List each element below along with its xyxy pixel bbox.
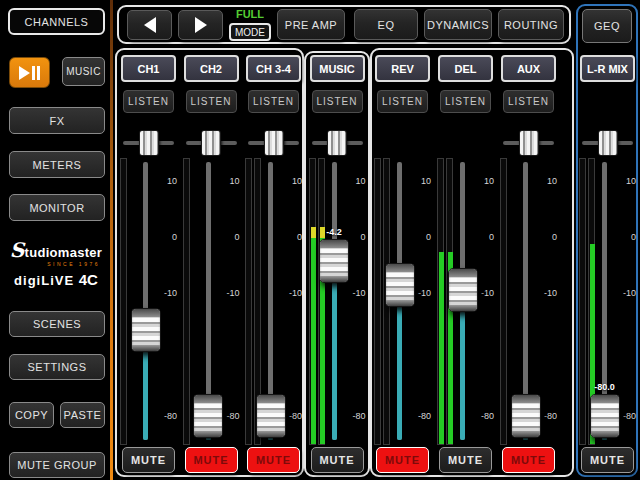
play-pause-icon bbox=[19, 66, 40, 80]
meter-fill-green bbox=[439, 252, 444, 444]
mute-group-button[interactable]: MUTE GROUP bbox=[9, 452, 105, 478]
music-source-button[interactable]: MUSIC bbox=[62, 57, 105, 86]
level-meter bbox=[374, 158, 381, 445]
fader-scale-tick: 10 bbox=[153, 176, 177, 186]
fader-value-label: -80.0 bbox=[585, 382, 625, 392]
fader-scale-tick: 10 bbox=[342, 176, 366, 186]
fader-value-label: -4.2 bbox=[314, 227, 354, 237]
meter-fill-green bbox=[311, 238, 316, 444]
channel-select-button[interactable]: AUX bbox=[501, 55, 556, 82]
pan-knob[interactable] bbox=[519, 130, 539, 156]
level-meter bbox=[437, 158, 444, 445]
listen-button[interactable]: LISTEN bbox=[377, 90, 428, 113]
fader-track-active bbox=[332, 283, 337, 440]
fader-knob[interactable] bbox=[256, 394, 286, 438]
fader-knob[interactable] bbox=[319, 239, 349, 283]
listen-button[interactable]: LISTEN bbox=[503, 90, 554, 113]
fader-track-active bbox=[460, 312, 465, 440]
fader-knob[interactable] bbox=[511, 394, 541, 438]
play-pause-button[interactable] bbox=[9, 57, 50, 88]
channel-select-button[interactable]: L-R MIX bbox=[580, 55, 635, 82]
listen-button[interactable]: LISTEN bbox=[123, 90, 174, 113]
fader-knob[interactable] bbox=[448, 268, 478, 312]
mute-button[interactable]: MUTE bbox=[247, 447, 300, 473]
pan-knob[interactable] bbox=[598, 130, 618, 156]
fader-scale-tick: 10 bbox=[216, 176, 240, 186]
fader-knob[interactable] bbox=[193, 394, 223, 438]
channel-select-button[interactable]: CH2 bbox=[184, 55, 239, 82]
pan-knob[interactable] bbox=[264, 130, 284, 156]
meters-button[interactable]: METERS bbox=[9, 151, 105, 178]
level-meter bbox=[500, 158, 507, 445]
fader-scale-tick: 10 bbox=[470, 176, 494, 186]
level-meter bbox=[309, 158, 316, 445]
channel-strip-ch1: CH1LISTEN100-10-80MUTE bbox=[118, 0, 179, 480]
mute-button[interactable]: MUTE bbox=[122, 447, 175, 473]
settings-button[interactable]: SETTINGS bbox=[9, 354, 105, 380]
listen-button[interactable]: LISTEN bbox=[440, 90, 491, 113]
fader-scale-tick: 0 bbox=[153, 232, 177, 242]
channel-strip-aux: AUXLISTEN100-10-80MUTE bbox=[498, 0, 559, 480]
fader-scale-tick: -10 bbox=[153, 288, 177, 298]
channel-select-button[interactable]: CH1 bbox=[121, 55, 176, 82]
channel-strip-del: DELLISTEN100-10-80MUTE bbox=[435, 0, 496, 480]
fader-scale-tick: -80 bbox=[470, 411, 494, 421]
pan-knob[interactable] bbox=[201, 130, 221, 156]
listen-button[interactable]: LISTEN bbox=[312, 90, 363, 113]
level-meter bbox=[579, 158, 586, 445]
channel-strip-ch2: CH2LISTEN100-10-80MUTE bbox=[181, 0, 242, 480]
copy-button[interactable]: COPY bbox=[9, 402, 54, 428]
channel-strip-music: MUSICLISTEN100-10-80-4.2MUTE bbox=[307, 0, 368, 480]
channels-button[interactable]: CHANNELS bbox=[8, 8, 105, 35]
mute-button[interactable]: MUTE bbox=[311, 447, 364, 473]
mute-button[interactable]: MUTE bbox=[502, 447, 555, 473]
level-meter bbox=[183, 158, 190, 445]
fader-scale-tick: 10 bbox=[612, 176, 636, 186]
fader-knob[interactable] bbox=[385, 263, 415, 307]
level-meter bbox=[245, 158, 252, 445]
channel-select-button[interactable]: CH 3-4 bbox=[246, 55, 301, 82]
fader-track-active bbox=[397, 307, 402, 440]
fader-knob[interactable] bbox=[131, 308, 161, 352]
mute-button[interactable]: MUTE bbox=[581, 447, 634, 473]
brand-name: Studiomaster bbox=[6, 238, 106, 262]
channel-select-button[interactable]: MUSIC bbox=[310, 55, 365, 82]
channel-strip-rev: REVLISTEN100-10-80MUTE bbox=[372, 0, 433, 480]
pan-knob[interactable] bbox=[327, 130, 347, 156]
channel-strip-ch-3-4: CH 3-4LISTEN100-10-80MUTE bbox=[243, 0, 304, 480]
fader-scale-tick: -10 bbox=[612, 288, 636, 298]
fader-scale-tick: 0 bbox=[533, 232, 557, 242]
channel-select-button[interactable]: REV bbox=[375, 55, 430, 82]
sidebar-accent-divider bbox=[110, 0, 113, 480]
fader-track-active bbox=[143, 352, 148, 440]
fader-track-active bbox=[602, 438, 607, 440]
brand-product-logo: digiLiVE 4C bbox=[6, 271, 106, 288]
sidebar: CHANNELS MUSIC FX METERS MONITOR Studiom… bbox=[0, 0, 110, 480]
mute-button[interactable]: MUTE bbox=[185, 447, 238, 473]
paste-button[interactable]: PASTE bbox=[60, 402, 105, 428]
fader-scale-tick: 0 bbox=[216, 232, 240, 242]
fader-track-active bbox=[268, 438, 273, 440]
pan-knob[interactable] bbox=[139, 130, 159, 156]
fader-scale-tick: 10 bbox=[533, 176, 557, 186]
fx-button[interactable]: FX bbox=[9, 107, 105, 134]
fader-scale-tick: 10 bbox=[278, 176, 302, 186]
mute-button[interactable]: MUTE bbox=[376, 447, 429, 473]
mute-button[interactable]: MUTE bbox=[439, 447, 492, 473]
scenes-button[interactable]: SCENES bbox=[9, 311, 105, 337]
listen-button[interactable]: LISTEN bbox=[186, 90, 237, 113]
fader-track-active bbox=[523, 438, 528, 440]
fader-scale-tick: 0 bbox=[407, 232, 431, 242]
fader-knob[interactable] bbox=[590, 394, 620, 438]
monitor-button[interactable]: MONITOR bbox=[9, 194, 105, 221]
fader-scale-tick: 0 bbox=[612, 232, 636, 242]
level-meter bbox=[318, 158, 325, 445]
brand-logo: Studiomaster SINCE 1976 digiLiVE 4C bbox=[6, 238, 106, 288]
listen-button[interactable]: LISTEN bbox=[248, 90, 299, 113]
fader-scale-tick: -80 bbox=[407, 411, 431, 421]
channel-select-button[interactable]: DEL bbox=[438, 55, 493, 82]
fader-scale-tick: 0 bbox=[470, 232, 494, 242]
fader-scale-tick: -10 bbox=[533, 288, 557, 298]
fader-scale-tick: -80 bbox=[153, 411, 177, 421]
fader-scale-tick: -10 bbox=[278, 288, 302, 298]
